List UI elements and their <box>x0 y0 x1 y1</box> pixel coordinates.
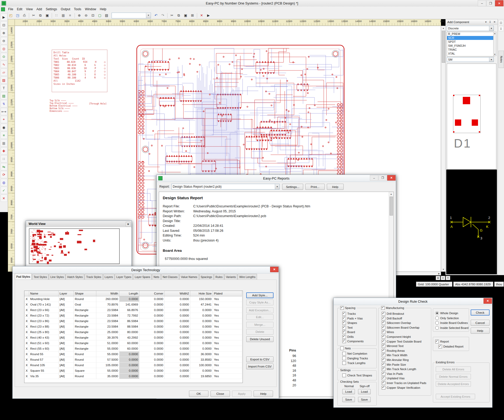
menu-settings[interactable]: Settings <box>44 7 59 12</box>
help-button[interactable]: Help <box>327 184 344 190</box>
scroll-up-icon[interactable]: ▲ <box>442 26 445 30</box>
print-button[interactable]: Print... <box>305 184 325 190</box>
unplated-vias-checkbox[interactable]: Unplated Vias <box>382 376 405 380</box>
select-icon[interactable]: ▶ <box>205 12 212 19</box>
shapes-checkbox[interactable]: Shapes <box>342 321 357 325</box>
pad-style-row[interactable]: XRect (23 x 72)[All]Rectangle23.598472.7… <box>24 313 243 318</box>
wire-icon[interactable]: ↯ <box>1 100 7 107</box>
close-button[interactable]: Close <box>211 391 230 397</box>
zoom-out-icon[interactable]: ⊖ <box>83 12 89 19</box>
design-technology-titlebar[interactable]: Design Technology ✕ <box>13 266 279 274</box>
world-view-content[interactable] <box>27 227 131 266</box>
tracks-checkbox[interactable]: Tracks <box>342 312 356 316</box>
pad-style-row[interactable]: XRect (23 x 88)[All]Rectangle23.598488.5… <box>24 324 243 329</box>
ok-button[interactable]: OK <box>189 391 208 397</box>
duplicate-icon[interactable]: ⊞ <box>189 12 196 19</box>
import-from-csv-button[interactable]: Import From CSV <box>246 364 274 369</box>
scroll-right-icon[interactable]: ▶ <box>438 272 440 275</box>
detailed-report-checkbox[interactable]: Detailed Report <box>438 345 463 348</box>
wires-checkbox[interactable]: Wires <box>382 330 394 334</box>
board-checkbox[interactable]: Board <box>342 330 355 334</box>
accept-existing-errors-button[interactable]: Accept Existing Errors <box>436 394 475 399</box>
scroll-down-icon[interactable]: ▼ <box>494 53 496 56</box>
chevron-down-icon[interactable]: ▼ <box>489 57 494 62</box>
inner-tracks-on-unplated-pads-checkbox[interactable]: Inner Tracks on Unplated Pads <box>382 381 426 385</box>
pad-style-row[interactable]: XVia 35[All]Round35.00000.00000.00000.00… <box>24 374 243 379</box>
cut-icon[interactable]: ✂ <box>30 12 37 19</box>
routing-areas-checkbox[interactable]: Routing Areas <box>382 349 405 353</box>
vias-in-pads-checkbox[interactable]: Vias In Pads <box>382 372 403 376</box>
copy-style-as-button[interactable]: Copy Style As... <box>246 300 274 305</box>
silkscreen-overlap-checkbox[interactable]: Silkscreen Overlap <box>382 321 411 325</box>
tab-layer-types[interactable]: Layer Types <box>115 274 133 280</box>
pointer-icon[interactable]: ▶ <box>1 13 7 21</box>
chevron-down-icon[interactable]: ▼ <box>146 13 151 18</box>
design-rule-check-titlebar[interactable]: Design Rule Check ✕ <box>334 298 492 305</box>
drill-table-icon[interactable]: ◉ <box>1 124 7 131</box>
reports-dialog-titlebar[interactable]: Easy-PC Reports – ❐ ✕ <box>157 175 396 182</box>
maximize-button[interactable]: ❐ <box>379 175 387 181</box>
drc-icon[interactable]: ✓ <box>1 187 7 194</box>
open-file-icon[interactable]: ◰ <box>8 12 14 19</box>
minimize-button[interactable]: – <box>478 0 486 6</box>
menu-help[interactable]: Help <box>98 7 108 12</box>
apply-button[interactable]: Apply <box>232 391 251 397</box>
settings-button[interactable]: Settings... <box>282 184 303 190</box>
close-button[interactable]: ✕ <box>270 267 279 272</box>
package-filter-combo[interactable]: SM▼ <box>447 57 494 62</box>
paste2-icon[interactable]: ▣ <box>182 12 189 19</box>
line-grid-icon[interactable]: ▦ <box>60 12 66 19</box>
tab-wire-lengths[interactable]: Wire Lengths <box>238 274 257 280</box>
component-list-item[interactable]: TRIAC <box>447 48 494 52</box>
style-combo[interactable]: ▼ <box>112 13 151 18</box>
vertical-scroll-thumb[interactable] <box>442 31 445 63</box>
pin-icon[interactable]: ↧ <box>488 20 492 24</box>
report-select-combo[interactable]: Design Status Report (router2.pcb)▼ <box>171 184 280 190</box>
dock-icon[interactable]: ⊞ <box>436 276 440 280</box>
tab-variants[interactable]: Variants <box>224 274 238 280</box>
inside-board-outlines-radio[interactable]: Inside Board Outlines <box>435 321 468 325</box>
zoom-out-icon[interactable]: ⊖ <box>1 37 7 44</box>
tab-value-names[interactable]: Value Names <box>179 274 199 280</box>
close-icon[interactable]: ✕ <box>492 20 497 24</box>
undo-icon[interactable]: ↶ <box>153 12 159 19</box>
component-list-item[interactable]: SPDT <box>447 40 494 44</box>
pad-style-row[interactable]: XOval (70 x 141)[All]Oval70.8976141.6969… <box>24 302 243 307</box>
mirrored-text-checkbox[interactable]: Mirrored Text <box>382 344 403 348</box>
cancel-icon[interactable]: ✕ <box>198 12 205 19</box>
pads-vias-checkbox[interactable]: Pads + Vias <box>342 317 363 320</box>
pad-style-row[interactable]: XRect (23 x 86)[All]Rectangle23.598486.5… <box>24 318 243 324</box>
tab-net-classes[interactable]: Net Classes <box>161 274 179 280</box>
save-button[interactable]: Save <box>358 397 371 402</box>
min-track-neck-length-checkbox[interactable]: Min Track Neck Length <box>382 367 416 371</box>
erase-icon[interactable]: ✕ <box>1 195 7 202</box>
merge-button[interactable]: Merge... <box>246 322 274 328</box>
design-browser-icon[interactable]: ▤ <box>103 12 110 19</box>
collapse-icon[interactable]: ▾ <box>441 276 445 280</box>
tab-hatch-styles[interactable]: Hatch Styles <box>66 274 84 280</box>
mirror-icon[interactable]: ⇋ <box>1 163 7 170</box>
world-view-titlebar[interactable]: World View ✕ <box>26 221 132 227</box>
menu-window[interactable]: Window <box>83 7 98 12</box>
drills-checkbox[interactable]: Drills <box>342 335 354 339</box>
tab-layers[interactable]: Layers <box>103 274 115 280</box>
net-completion-checkbox[interactable]: Net Completion <box>342 352 367 355</box>
inside-selected-board-radio[interactable]: Inside Selected Board <box>435 326 469 330</box>
shape-icon[interactable]: ▱ <box>1 69 7 76</box>
rotate-icon[interactable]: ⟳ <box>1 171 7 178</box>
component-list-scrollbar[interactable]: ▲ ▼ <box>493 32 496 56</box>
close-button[interactable]: ✕ <box>495 0 503 6</box>
whole-design-radio[interactable]: Whole Design <box>435 311 458 315</box>
menu-view[interactable]: View <box>24 7 35 12</box>
zoom-window-icon[interactable]: ⊡ <box>1 21 7 29</box>
component-icon[interactable]: ▤ <box>1 92 7 99</box>
manufacturing-group[interactable]: Manufacturing <box>380 306 405 310</box>
cancel-button[interactable]: Cancel <box>471 320 490 326</box>
redo-icon[interactable]: ↷ <box>160 12 166 19</box>
silkscreen-board-overlap-checkbox[interactable]: Silkscreen Board Overlap <box>382 326 419 329</box>
delete-unused-button[interactable]: Delete Unused <box>246 336 274 342</box>
pad-style-row[interactable]: XRect (51 x 60)[All]Rectangle51.000060.0… <box>24 340 243 346</box>
scroll-up-icon[interactable]: ▲ <box>389 192 393 196</box>
close-button[interactable]: ✕ <box>484 298 492 304</box>
grid-icon[interactable]: ▦ <box>1 139 7 147</box>
